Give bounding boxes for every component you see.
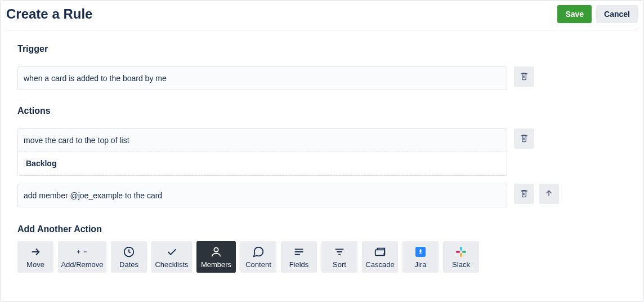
sort-icon (333, 246, 346, 258)
tile-label: Sort (333, 260, 346, 269)
save-button[interactable]: Save (557, 5, 592, 23)
page-title: Create a Rule (6, 6, 92, 22)
tile-label: Cascade (365, 260, 394, 269)
tile-fields[interactable]: Fields (281, 241, 317, 273)
tile-checklists[interactable]: Checklists (151, 241, 192, 273)
tile-dates[interactable]: Dates (111, 241, 147, 273)
svg-rect-3 (460, 246, 462, 250)
action-text-0: move the card to the top of list (18, 129, 507, 152)
arrow-up-icon (544, 189, 553, 199)
svg-point-1 (214, 247, 218, 251)
action-box-1[interactable]: add member @joe_example to the card (17, 184, 507, 207)
move-up-action-1-button[interactable] (539, 184, 559, 204)
action-tiles: Move Add/Remove Dates Checklists (17, 241, 627, 273)
delete-action-0-button[interactable] (514, 128, 534, 149)
tile-jira[interactable]: Jira (402, 241, 439, 273)
arrow-right-icon (29, 246, 42, 258)
add-another-title: Add Another Action (17, 224, 627, 234)
plus-minus-icon (76, 246, 88, 258)
action-text-1: add member @joe_example to the card (18, 184, 507, 207)
trigger-section-title: Trigger (17, 44, 627, 54)
svg-rect-6 (456, 251, 460, 253)
trigger-section: Trigger when a card is added to the boar… (1, 30, 643, 90)
trash-icon (520, 189, 529, 199)
jira-icon (415, 246, 426, 258)
svg-rect-4 (462, 251, 466, 253)
header-buttons: Save Cancel (557, 5, 638, 23)
actions-section-title: Actions (17, 106, 627, 116)
cancel-button[interactable]: Cancel (596, 5, 638, 23)
add-another-section: Add Another Action Move Add/Remove Dates (1, 215, 643, 273)
tile-content[interactable]: Content (240, 241, 276, 273)
tile-sort[interactable]: Sort (321, 241, 357, 273)
actions-section: Actions move the card to the top of list… (1, 98, 643, 207)
tile-label: Dates (119, 260, 138, 269)
tile-move[interactable]: Move (17, 241, 53, 273)
person-icon (210, 246, 222, 258)
tile-label: Fields (289, 260, 309, 269)
tile-label: Members (201, 260, 231, 269)
tile-label: Checklists (155, 260, 188, 269)
action-row-0: move the card to the top of list Backlog (17, 128, 627, 176)
trash-icon (520, 72, 529, 82)
header: Create a Rule Save Cancel (1, 1, 643, 30)
tile-cascade[interactable]: Cascade (362, 241, 398, 273)
svg-rect-2 (375, 250, 385, 255)
slack-icon (455, 246, 467, 258)
trigger-box[interactable]: when a card is added to the board by me (17, 66, 507, 90)
trigger-row: when a card is added to the board by me (17, 66, 627, 90)
svg-rect-5 (460, 252, 462, 256)
create-rule-panel: Create a Rule Save Cancel Trigger when a… (0, 0, 644, 302)
lines-icon (293, 246, 305, 258)
trash-icon (520, 134, 529, 144)
tile-label: Move (26, 260, 44, 269)
trigger-text: when a card is added to the board by me (18, 67, 507, 90)
tile-slack[interactable]: Slack (443, 241, 479, 273)
clock-icon (123, 246, 135, 258)
tile-members[interactable]: Members (196, 241, 236, 273)
tile-add-remove[interactable]: Add/Remove (58, 241, 106, 273)
action-row-1: add member @joe_example to the card (17, 184, 627, 207)
cascade-icon (374, 246, 386, 258)
tile-label: Content (245, 260, 271, 269)
delete-trigger-button[interactable] (514, 66, 534, 87)
check-icon (166, 246, 178, 258)
action-sub-0: Backlog (18, 152, 507, 175)
action-box-0[interactable]: move the card to the top of list Backlog (17, 128, 507, 176)
speech-bubble-icon (252, 246, 265, 258)
tile-label: Add/Remove (61, 260, 103, 269)
tile-label: Jira (415, 260, 427, 269)
tile-label: Slack (452, 260, 470, 269)
delete-action-1-button[interactable] (514, 184, 534, 204)
